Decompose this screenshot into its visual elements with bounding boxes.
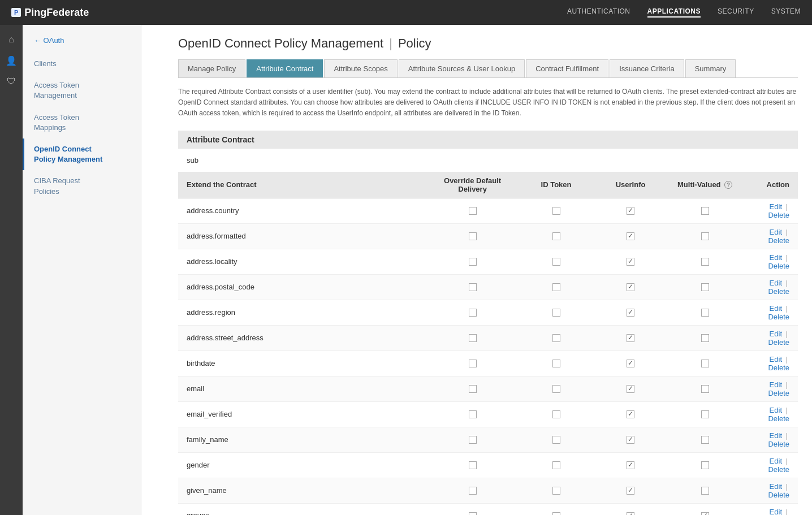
checkbox-idtoken[interactable] bbox=[552, 258, 560, 266]
table-row-userinfo[interactable] bbox=[593, 223, 668, 249]
checkbox-multivalued[interactable] bbox=[701, 436, 709, 444]
checkbox-override[interactable] bbox=[469, 512, 477, 515]
table-row-multivalued[interactable] bbox=[668, 401, 742, 427]
checkbox-multivalued[interactable] bbox=[701, 334, 709, 342]
table-row-override[interactable] bbox=[426, 478, 519, 503]
checkbox-userinfo-checked[interactable] bbox=[627, 512, 634, 515]
table-row-userinfo[interactable] bbox=[593, 249, 668, 274]
table-row-userinfo[interactable] bbox=[593, 478, 668, 503]
checkbox-override[interactable] bbox=[469, 207, 477, 215]
table-row-override[interactable] bbox=[426, 249, 519, 274]
edit-link[interactable]: Edit bbox=[770, 457, 782, 465]
sidebar-item-access-token-management[interactable]: Access TokenManagement bbox=[23, 75, 141, 106]
table-row-userinfo[interactable] bbox=[593, 274, 668, 300]
edit-link[interactable]: Edit bbox=[770, 406, 782, 414]
checkbox-userinfo-checked[interactable] bbox=[627, 385, 634, 393]
table-row-idtoken[interactable] bbox=[519, 223, 594, 249]
table-row-idtoken[interactable] bbox=[519, 198, 594, 223]
checkbox-userinfo-checked[interactable] bbox=[627, 436, 634, 444]
delete-link[interactable]: Delete bbox=[768, 262, 789, 270]
table-row-userinfo[interactable] bbox=[593, 503, 668, 515]
sidebar-item-oidc-policy[interactable]: OpenID ConnectPolicy Management bbox=[23, 139, 141, 170]
checkbox-userinfo-checked[interactable] bbox=[627, 487, 634, 495]
checkbox-multivalued-checked[interactable] bbox=[701, 512, 709, 515]
table-row-idtoken[interactable] bbox=[519, 350, 594, 376]
back-to-oauth[interactable]: ← OAuth bbox=[23, 33, 141, 53]
edit-link[interactable]: Edit bbox=[770, 304, 782, 313]
table-row-multivalued[interactable] bbox=[668, 427, 742, 452]
table-row-userinfo[interactable] bbox=[593, 198, 668, 223]
checkbox-override[interactable] bbox=[469, 232, 477, 240]
user-icon[interactable]: 👤 bbox=[2, 51, 20, 70]
checkbox-multivalued[interactable] bbox=[701, 309, 709, 317]
table-row-multivalued[interactable] bbox=[668, 223, 742, 249]
checkbox-multivalued[interactable] bbox=[701, 232, 709, 240]
nav-security[interactable]: SECURITY bbox=[718, 7, 754, 18]
edit-link[interactable]: Edit bbox=[770, 431, 782, 440]
checkbox-override[interactable] bbox=[469, 283, 477, 291]
table-row-idtoken[interactable] bbox=[519, 401, 594, 427]
home-icon[interactable]: ⌂ bbox=[2, 31, 20, 49]
table-row-override[interactable] bbox=[426, 274, 519, 300]
table-row-multivalued[interactable] bbox=[668, 376, 742, 401]
delete-link[interactable]: Delete bbox=[768, 414, 789, 423]
checkbox-userinfo-checked[interactable] bbox=[627, 334, 634, 342]
table-row-override[interactable] bbox=[426, 503, 519, 515]
tab-attribute-scopes[interactable]: Attribute Scopes bbox=[324, 59, 397, 77]
checkbox-userinfo-checked[interactable] bbox=[627, 461, 634, 469]
delete-link[interactable]: Delete bbox=[768, 363, 789, 372]
checkbox-idtoken[interactable] bbox=[552, 360, 560, 367]
checkbox-multivalued[interactable] bbox=[701, 360, 709, 367]
checkbox-userinfo-checked[interactable] bbox=[627, 309, 634, 317]
tab-contract-fulfillment[interactable]: Contract Fulfillment bbox=[526, 59, 608, 77]
tab-attribute-sources[interactable]: Attribute Sources & User Lookup bbox=[399, 59, 525, 77]
edit-link[interactable]: Edit bbox=[770, 228, 782, 236]
checkbox-idtoken[interactable] bbox=[552, 436, 560, 444]
checkbox-multivalued[interactable] bbox=[701, 385, 709, 393]
checkbox-idtoken[interactable] bbox=[552, 461, 560, 469]
table-row-idtoken[interactable] bbox=[519, 478, 594, 503]
table-row-userinfo[interactable] bbox=[593, 427, 668, 452]
checkbox-override[interactable] bbox=[469, 309, 477, 317]
table-row-userinfo[interactable] bbox=[593, 350, 668, 376]
checkbox-multivalued[interactable] bbox=[701, 207, 709, 215]
checkbox-userinfo-checked[interactable] bbox=[627, 207, 634, 215]
checkbox-multivalued[interactable] bbox=[701, 283, 709, 291]
tab-attribute-contract[interactable]: Attribute Contract bbox=[247, 59, 323, 77]
table-row-multivalued[interactable] bbox=[668, 274, 742, 300]
nav-authentication[interactable]: AUTHENTICATION bbox=[567, 7, 630, 18]
delete-link[interactable]: Delete bbox=[768, 287, 789, 296]
table-row-multivalued[interactable] bbox=[668, 198, 742, 223]
edit-link[interactable]: Edit bbox=[770, 482, 782, 491]
checkbox-idtoken[interactable] bbox=[552, 512, 560, 515]
table-row-override[interactable] bbox=[426, 376, 519, 401]
checkbox-userinfo-checked[interactable] bbox=[627, 232, 634, 240]
table-row-idtoken[interactable] bbox=[519, 300, 594, 325]
table-row-override[interactable] bbox=[426, 198, 519, 223]
checkbox-idtoken[interactable] bbox=[552, 283, 560, 291]
checkbox-idtoken[interactable] bbox=[552, 232, 560, 240]
table-row-userinfo[interactable] bbox=[593, 401, 668, 427]
edit-link[interactable]: Edit bbox=[770, 380, 782, 389]
checkbox-override[interactable] bbox=[469, 410, 477, 418]
delete-link[interactable]: Delete bbox=[768, 465, 789, 474]
table-row-idtoken[interactable] bbox=[519, 274, 594, 300]
checkbox-override[interactable] bbox=[469, 258, 477, 266]
sidebar-item-ciba[interactable]: CIBA RequestPolicies bbox=[23, 170, 141, 202]
table-row-override[interactable] bbox=[426, 325, 519, 350]
table-row-override[interactable] bbox=[426, 452, 519, 478]
checkbox-idtoken[interactable] bbox=[552, 309, 560, 317]
table-row-idtoken[interactable] bbox=[519, 452, 594, 478]
tab-summary[interactable]: Summary bbox=[685, 59, 736, 77]
sidebar-item-clients[interactable]: Clients bbox=[23, 53, 141, 75]
table-row-override[interactable] bbox=[426, 401, 519, 427]
shield-icon[interactable]: 🛡 bbox=[2, 72, 20, 90]
table-row-userinfo[interactable] bbox=[593, 300, 668, 325]
sidebar-item-access-token-mappings[interactable]: Access TokenMappings bbox=[23, 107, 141, 139]
edit-link[interactable]: Edit bbox=[770, 202, 782, 211]
checkbox-multivalued[interactable] bbox=[701, 258, 709, 266]
table-row-idtoken[interactable] bbox=[519, 427, 594, 452]
checkbox-override[interactable] bbox=[469, 461, 477, 469]
checkbox-userinfo-checked[interactable] bbox=[627, 258, 634, 266]
delete-link[interactable]: Delete bbox=[768, 313, 789, 321]
